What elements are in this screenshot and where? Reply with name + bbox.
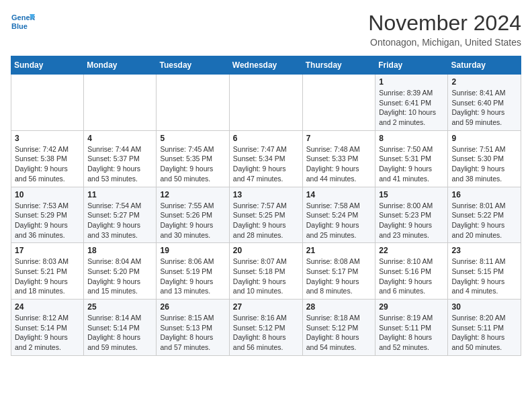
day-number: 14 bbox=[306, 190, 372, 199]
day-info: Sunrise: 8:14 AM Sunset: 5:14 PM Dayligh… bbox=[87, 313, 152, 353]
logo: General Blue bbox=[11, 11, 35, 35]
day-info: Sunrise: 8:12 AM Sunset: 5:14 PM Dayligh… bbox=[15, 313, 80, 353]
calendar-cell: 29Sunrise: 8:19 AM Sunset: 5:11 PM Dayli… bbox=[375, 300, 448, 356]
day-number: 17 bbox=[15, 246, 80, 255]
day-info: Sunrise: 7:45 AM Sunset: 5:35 PM Dayligh… bbox=[160, 144, 225, 184]
day-number: 15 bbox=[379, 190, 444, 199]
day-info: Sunrise: 7:47 AM Sunset: 5:34 PM Dayligh… bbox=[233, 144, 299, 184]
day-info: Sunrise: 8:16 AM Sunset: 5:12 PM Dayligh… bbox=[233, 313, 299, 353]
calendar-weekday-friday: Friday bbox=[375, 56, 448, 75]
day-number: 6 bbox=[233, 134, 299, 143]
calendar-weekday-tuesday: Tuesday bbox=[157, 56, 229, 75]
day-info: Sunrise: 8:04 AM Sunset: 5:20 PM Dayligh… bbox=[87, 257, 152, 296]
calendar-cell: 18Sunrise: 8:04 AM Sunset: 5:20 PM Dayli… bbox=[84, 243, 157, 300]
day-number: 30 bbox=[451, 302, 517, 312]
day-info: Sunrise: 8:03 AM Sunset: 5:21 PM Dayligh… bbox=[15, 257, 80, 296]
day-info: Sunrise: 8:07 AM Sunset: 5:18 PM Dayligh… bbox=[233, 257, 299, 296]
day-number: 29 bbox=[379, 302, 444, 312]
day-number: 22 bbox=[379, 246, 444, 255]
location-label: Ontonagon, Michigan, United States bbox=[368, 37, 521, 48]
day-info: Sunrise: 7:50 AM Sunset: 5:31 PM Dayligh… bbox=[379, 144, 444, 184]
calendar-cell: 14Sunrise: 7:58 AM Sunset: 5:24 PM Dayli… bbox=[302, 187, 375, 243]
month-title: November 2024 bbox=[368, 11, 521, 36]
day-info: Sunrise: 7:53 AM Sunset: 5:29 PM Dayligh… bbox=[15, 201, 80, 240]
day-info: Sunrise: 8:00 AM Sunset: 5:23 PM Dayligh… bbox=[379, 201, 444, 240]
day-number: 5 bbox=[160, 134, 225, 143]
day-number: 1 bbox=[379, 77, 444, 87]
day-info: Sunrise: 8:39 AM Sunset: 6:41 PM Dayligh… bbox=[379, 88, 444, 128]
calendar-cell: 10Sunrise: 7:53 AM Sunset: 5:29 PM Dayli… bbox=[11, 187, 84, 243]
calendar-weekday-saturday: Saturday bbox=[448, 56, 521, 75]
title-block: November 2024 Ontonagon, Michigan, Unite… bbox=[368, 11, 521, 48]
calendar-cell: 4Sunrise: 7:44 AM Sunset: 5:37 PM Daylig… bbox=[84, 130, 157, 187]
calendar-cell: 20Sunrise: 8:07 AM Sunset: 5:18 PM Dayli… bbox=[229, 243, 302, 300]
calendar-cell bbox=[84, 75, 157, 131]
day-number: 12 bbox=[160, 190, 225, 199]
logo-icon: General Blue bbox=[11, 11, 35, 35]
day-number: 4 bbox=[87, 134, 152, 143]
calendar-cell: 21Sunrise: 8:08 AM Sunset: 5:17 PM Dayli… bbox=[302, 243, 375, 300]
calendar-cell: 16Sunrise: 8:01 AM Sunset: 5:22 PM Dayli… bbox=[448, 187, 521, 243]
calendar-cell: 19Sunrise: 8:06 AM Sunset: 5:19 PM Dayli… bbox=[157, 243, 229, 300]
calendar-cell: 12Sunrise: 7:55 AM Sunset: 5:26 PM Dayli… bbox=[157, 187, 229, 243]
calendar-cell: 24Sunrise: 8:12 AM Sunset: 5:14 PM Dayli… bbox=[11, 300, 84, 356]
calendar-cell: 23Sunrise: 8:11 AM Sunset: 5:15 PM Dayli… bbox=[448, 243, 521, 300]
calendar-cell: 26Sunrise: 8:15 AM Sunset: 5:13 PM Dayli… bbox=[157, 300, 229, 356]
day-info: Sunrise: 7:42 AM Sunset: 5:38 PM Dayligh… bbox=[15, 144, 80, 184]
calendar-header-row: SundayMondayTuesdayWednesdayThursdayFrid… bbox=[11, 56, 521, 75]
day-info: Sunrise: 8:19 AM Sunset: 5:11 PM Dayligh… bbox=[379, 313, 444, 353]
calendar-cell: 7Sunrise: 7:48 AM Sunset: 5:33 PM Daylig… bbox=[302, 130, 375, 187]
day-info: Sunrise: 8:08 AM Sunset: 5:17 PM Dayligh… bbox=[306, 257, 372, 296]
day-info: Sunrise: 8:18 AM Sunset: 5:12 PM Dayligh… bbox=[306, 313, 372, 353]
day-number: 9 bbox=[451, 134, 517, 143]
day-number: 23 bbox=[451, 246, 517, 255]
day-number: 24 bbox=[15, 302, 80, 312]
calendar-table: SundayMondayTuesdayWednesdayThursdayFrid… bbox=[11, 56, 521, 356]
calendar-cell: 6Sunrise: 7:47 AM Sunset: 5:34 PM Daylig… bbox=[229, 130, 302, 187]
day-number: 3 bbox=[15, 134, 80, 143]
calendar-weekday-monday: Monday bbox=[84, 56, 157, 75]
calendar-cell: 13Sunrise: 7:57 AM Sunset: 5:25 PM Dayli… bbox=[229, 187, 302, 243]
day-info: Sunrise: 8:06 AM Sunset: 5:19 PM Dayligh… bbox=[160, 257, 225, 296]
calendar-cell: 8Sunrise: 7:50 AM Sunset: 5:31 PM Daylig… bbox=[375, 130, 448, 187]
calendar-cell bbox=[11, 75, 84, 131]
calendar-cell: 28Sunrise: 8:18 AM Sunset: 5:12 PM Dayli… bbox=[302, 300, 375, 356]
day-info: Sunrise: 7:58 AM Sunset: 5:24 PM Dayligh… bbox=[306, 201, 372, 240]
calendar-cell: 11Sunrise: 7:54 AM Sunset: 5:27 PM Dayli… bbox=[84, 187, 157, 243]
day-number: 25 bbox=[87, 302, 152, 312]
day-number: 11 bbox=[87, 190, 152, 199]
day-info: Sunrise: 8:11 AM Sunset: 5:15 PM Dayligh… bbox=[451, 257, 517, 296]
day-number: 13 bbox=[233, 190, 299, 199]
calendar-cell: 2Sunrise: 8:41 AM Sunset: 6:40 PM Daylig… bbox=[448, 75, 521, 131]
calendar-cell: 27Sunrise: 8:16 AM Sunset: 5:12 PM Dayli… bbox=[229, 300, 302, 356]
day-info: Sunrise: 8:01 AM Sunset: 5:22 PM Dayligh… bbox=[451, 201, 517, 240]
calendar-cell bbox=[229, 75, 302, 131]
day-number: 16 bbox=[451, 190, 517, 199]
day-number: 18 bbox=[87, 246, 152, 255]
day-info: Sunrise: 8:10 AM Sunset: 5:16 PM Dayligh… bbox=[379, 257, 444, 296]
calendar-cell: 5Sunrise: 7:45 AM Sunset: 5:35 PM Daylig… bbox=[157, 130, 229, 187]
page-header: General Blue November 2024 Ontonagon, Mi… bbox=[11, 11, 521, 48]
calendar-cell: 22Sunrise: 8:10 AM Sunset: 5:16 PM Dayli… bbox=[375, 243, 448, 300]
day-number: 28 bbox=[306, 302, 372, 312]
calendar-cell: 9Sunrise: 7:51 AM Sunset: 5:30 PM Daylig… bbox=[448, 130, 521, 187]
calendar-cell bbox=[157, 75, 229, 131]
calendar-cell: 17Sunrise: 8:03 AM Sunset: 5:21 PM Dayli… bbox=[11, 243, 84, 300]
calendar-cell: 30Sunrise: 8:20 AM Sunset: 5:11 PM Dayli… bbox=[448, 300, 521, 356]
calendar-week-row: 10Sunrise: 7:53 AM Sunset: 5:29 PM Dayli… bbox=[11, 187, 521, 243]
calendar-week-row: 3Sunrise: 7:42 AM Sunset: 5:38 PM Daylig… bbox=[11, 130, 521, 187]
calendar-weekday-thursday: Thursday bbox=[302, 56, 375, 75]
calendar-cell: 1Sunrise: 8:39 AM Sunset: 6:41 PM Daylig… bbox=[375, 75, 448, 131]
day-number: 20 bbox=[233, 246, 299, 255]
day-number: 7 bbox=[306, 134, 372, 143]
calendar-cell: 15Sunrise: 8:00 AM Sunset: 5:23 PM Dayli… bbox=[375, 187, 448, 243]
calendar-week-row: 24Sunrise: 8:12 AM Sunset: 5:14 PM Dayli… bbox=[11, 300, 521, 356]
calendar-cell: 3Sunrise: 7:42 AM Sunset: 5:38 PM Daylig… bbox=[11, 130, 84, 187]
calendar-week-row: 17Sunrise: 8:03 AM Sunset: 5:21 PM Dayli… bbox=[11, 243, 521, 300]
day-number: 10 bbox=[15, 190, 80, 199]
day-info: Sunrise: 8:41 AM Sunset: 6:40 PM Dayligh… bbox=[451, 88, 517, 128]
calendar-cell: 25Sunrise: 8:14 AM Sunset: 5:14 PM Dayli… bbox=[84, 300, 157, 356]
day-info: Sunrise: 7:44 AM Sunset: 5:37 PM Dayligh… bbox=[87, 144, 152, 184]
day-info: Sunrise: 7:57 AM Sunset: 5:25 PM Dayligh… bbox=[233, 201, 299, 240]
day-number: 27 bbox=[233, 302, 299, 312]
